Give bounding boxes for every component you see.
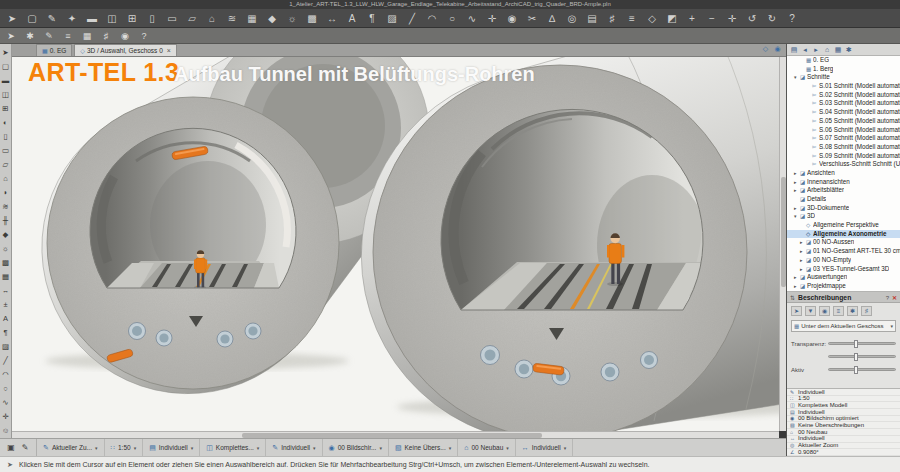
tri-closed-icon[interactable]: ▸ (800, 238, 805, 247)
mesh-icon[interactable]: ▦ (246, 9, 258, 28)
detail-icon[interactable]: ◎ (566, 9, 578, 28)
roof-icon[interactable]: ⌂ (206, 9, 218, 28)
text-icon[interactable]: A (346, 9, 358, 28)
slider[interactable] (828, 355, 896, 358)
pan-icon[interactable]: ✛ (726, 9, 738, 28)
redo-icon[interactable]: ↻ (766, 9, 778, 28)
layers-icon[interactable]: ≡ (62, 28, 74, 44)
quick-option[interactable]: ◉ 00 Bildschir... (323, 439, 389, 456)
settings-icon[interactable]: ✱ (845, 44, 853, 56)
arc-icon[interactable]: ◠ (0, 368, 12, 382)
tri-closed-icon[interactable]: ▸ (794, 204, 799, 213)
line-icon[interactable]: ╱ (0, 354, 12, 368)
slider-thumb[interactable] (854, 366, 858, 374)
wall-icon[interactable]: ▬ (86, 9, 98, 28)
render-icon[interactable]: ◩ (666, 9, 678, 28)
horizontal-scrollbar[interactable] (12, 431, 779, 438)
railing-icon[interactable]: ╫ (0, 214, 12, 228)
navigator-item[interactable]: ▦ 1. Berg (787, 65, 900, 74)
navigator-item[interactable]: ▸ ◪ 00 NO-Aussen (787, 238, 900, 247)
arrow-cursor-icon[interactable]: ➤ (0, 46, 12, 60)
wand-icon[interactable]: ✦ (66, 9, 78, 28)
view-setting-row[interactable]: ▤ Individuell (787, 409, 900, 416)
pencil-icon[interactable]: ✎ (20, 439, 30, 457)
spline-icon[interactable]: ∿ (466, 9, 478, 28)
navigator-item[interactable]: ✂ S.04 Schnitt (Modell automatisch wiede… (787, 108, 900, 117)
dimension-icon[interactable]: ↔ (326, 9, 338, 28)
navigator-item[interactable]: ✂ S.08 Schnitt (Modell automatisch wiede… (787, 143, 900, 152)
3d-scene[interactable] (12, 57, 779, 431)
slider[interactable] (828, 368, 896, 371)
arrow-cursor-icon[interactable]: ➤ (5, 28, 17, 44)
camera-icon[interactable]: ◉ (773, 44, 782, 54)
grid-icon[interactable]: ♯ (100, 28, 112, 44)
beam-icon[interactable]: ▭ (0, 144, 12, 158)
slab-icon[interactable]: ▱ (186, 9, 198, 28)
fill-icon[interactable]: ▨ (386, 9, 398, 28)
stair-icon[interactable]: ≋ (0, 200, 12, 214)
quick-option[interactable]: ⌂ 00 Neubau (458, 439, 516, 456)
view-setting-row[interactable]: ◎ Aktueller Zoom (787, 443, 900, 450)
quick-option[interactable]: ✎ Individuell (266, 439, 322, 456)
tri-closed-icon[interactable]: ▸ (800, 247, 805, 256)
dimension-icon[interactable]: ↔ (0, 284, 12, 298)
navigator-item[interactable]: ▸ ◪ Projektmappe (787, 282, 900, 291)
tri-closed-icon[interactable]: ▸ (800, 256, 805, 265)
slab-icon[interactable]: ▱ (0, 158, 12, 172)
elevation-icon[interactable]: ∆ (546, 9, 558, 28)
filter-icon[interactable]: ▼ (805, 306, 816, 316)
zone-icon[interactable]: ▩ (306, 9, 318, 28)
tri-closed-icon[interactable]: ▸ (800, 265, 805, 274)
skylight-icon[interactable]: ◐ (0, 116, 12, 130)
help-icon[interactable] (886, 294, 889, 301)
navigator-item[interactable]: ▸ ◪ 01 NO-Gesamt ART-TEL 30 cm (787, 247, 900, 256)
navigator-item[interactable]: ▸ ◪ 03 YES-Tunnel-Gesamt 3D (787, 265, 900, 274)
navigator-item[interactable]: ◇ Allgemeine Axonometrie (787, 230, 900, 239)
lamp-icon[interactable]: ☼ (0, 242, 12, 256)
navigator-item[interactable]: ✂ S.09 Schnitt (Modell automatisch wiede… (787, 152, 900, 161)
slider[interactable] (828, 342, 896, 345)
lamp-icon[interactable]: ☼ (286, 9, 298, 28)
camera-icon[interactable]: ◉ (119, 28, 131, 44)
collapse-expand-icon[interactable] (790, 294, 795, 301)
section-icon[interactable]: ✂ (526, 9, 538, 28)
story-filter-dropdown[interactable]: Unter dem Aktuellen Geschoss (791, 320, 896, 332)
pencil-icon[interactable]: ✎ (43, 28, 55, 44)
grid-icon[interactable]: ♯ (861, 306, 872, 316)
view-setting-row[interactable]: ∠ 0.9080° (787, 449, 900, 456)
window-icon[interactable]: ⊞ (0, 102, 12, 116)
navigator-item[interactable]: ✂ S.02 Schnitt (Modell automatisch wiede… (787, 91, 900, 100)
view-setting-row[interactable]: ∷ 1:50 (787, 396, 900, 403)
mesh-icon[interactable]: ▦ (0, 270, 12, 284)
slider-thumb[interactable] (854, 340, 858, 348)
marquee-icon[interactable]: ▢ (0, 60, 12, 74)
label-icon[interactable]: ¶ (366, 9, 378, 28)
wall-icon[interactable]: ▬ (0, 74, 12, 88)
view-setting-row[interactable]: ↔ Individuell (787, 436, 900, 443)
spline-icon[interactable]: ∿ (0, 396, 12, 410)
navigator-item[interactable]: ✂ S.07 Schnitt (Modell automatisch wiede… (787, 134, 900, 143)
worksheet-icon[interactable]: ▤ (586, 9, 598, 28)
navigator-item[interactable]: ✂ Verschluss-Schnitt Schnitt (Unabhängig… (787, 160, 900, 169)
navigator-item[interactable]: ✂ S.03 Schnitt (Modell automatisch wiede… (787, 99, 900, 108)
camera-icon[interactable]: ◉ (506, 9, 518, 28)
3d-view-icon[interactable]: ◇ (646, 9, 658, 28)
object-icon[interactable]: ◆ (0, 228, 12, 242)
tri-open-icon[interactable]: ▾ (794, 73, 799, 82)
3d-viewport[interactable]: ART-TEL 1.3 Aufbau Tunnel mit Belüftungs… (12, 57, 779, 431)
level-dimension-icon[interactable]: ± (0, 298, 12, 312)
circle-icon[interactable]: ○ (446, 9, 458, 28)
vertical-scrollbar[interactable] (779, 57, 786, 431)
object-icon[interactable]: ◆ (266, 9, 278, 28)
view3d-icon[interactable]: ◇ (761, 44, 770, 54)
home-icon[interactable]: ⌂ (823, 44, 831, 56)
layers-icon[interactable]: ≡ (833, 306, 844, 316)
map-icon[interactable]: ▦ (834, 44, 842, 56)
story-icon[interactable]: ▦ (81, 28, 93, 44)
descriptions-panel-header[interactable]: Beschreibungen (787, 292, 900, 303)
line-icon[interactable]: ╱ (406, 9, 418, 28)
stair-icon[interactable]: ≋ (226, 9, 238, 28)
label-icon[interactable]: ¶ (0, 326, 12, 340)
quick-option[interactable]: ▤ Individuell (143, 439, 200, 456)
forward-icon[interactable]: ▸ (812, 44, 820, 56)
